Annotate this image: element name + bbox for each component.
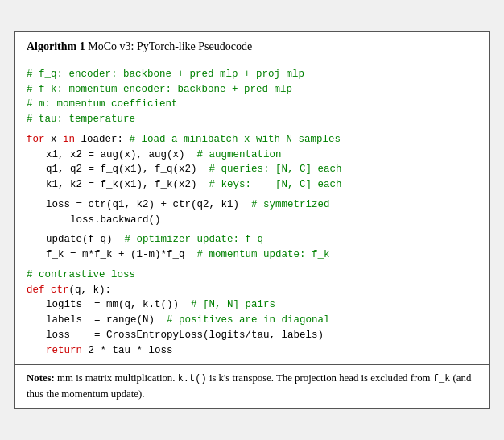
comment-logits: # [N, N] pairs xyxy=(191,299,275,310)
line-loss: loss = ctr(q1, k2) + ctr(q2, k1) # symme… xyxy=(27,197,477,213)
code-fk: f_k xyxy=(433,373,451,384)
comment-momentum: # momentum update: f_k xyxy=(197,249,330,260)
keyword-in: in xyxy=(63,134,75,145)
comment-loader: # load a minibatch x with N samples xyxy=(130,134,341,145)
comment-m: # m: momentum coefficient xyxy=(27,97,477,112)
algo-header: Algorithm 1 MoCo v3: PyTorch-like Pseudo… xyxy=(15,32,489,60)
comment-tau: # tau: temperature xyxy=(27,112,477,127)
comment-keys: # keys: [N, C] each xyxy=(209,179,342,190)
keyword-for: for xyxy=(27,134,45,145)
algorithm-box: Algorithm 1 MoCo v3: PyTorch-like Pseudo… xyxy=(14,31,490,409)
line-def: def ctr(q, k): xyxy=(27,283,477,298)
comment-sym: # symmetrized xyxy=(251,199,330,210)
line-for-loader: loader: xyxy=(75,134,130,145)
line-crossentropy: loss = CrossEntropyLoss(logits/tau, labe… xyxy=(27,328,477,343)
line-update: update(f_q) # optimizer update: f_q xyxy=(27,232,477,247)
comment-labels: # positives are in diagonal xyxy=(167,314,330,326)
code-kt: k.t() xyxy=(178,373,207,384)
comment-update: # optimizer update: f_q xyxy=(125,234,264,245)
line-fk: f_k = m*f_k + (1-m)*f_q # momentum updat… xyxy=(27,247,477,263)
comment-fk: # f_k: momentum encoder: backbone + pred… xyxy=(27,82,477,98)
comment-fq: # f_q: encoder: backbone + pred mlp + pr… xyxy=(27,67,477,82)
keyword-return: return xyxy=(46,345,82,356)
line-logits: logits = mm(q, k.t()) # [N, N] pairs xyxy=(27,297,477,313)
comment-queries: # queries: [N, C] each xyxy=(209,164,342,175)
line-labels: labels = range(N) # positives are in dia… xyxy=(27,313,477,328)
notes-label: Notes: xyxy=(27,372,55,384)
algo-label: Algorithm 1 xyxy=(27,40,85,52)
line-for-rest: x xyxy=(45,134,64,145)
comment-contrastive: # contrastive loss xyxy=(27,268,477,283)
line-x1x2: x1, x2 = aug(x), aug(x) # augmentation xyxy=(27,147,477,163)
algo-title: MoCo v3: PyTorch-like Pseudocode xyxy=(88,40,252,52)
line-return: return 2 * tau * loss xyxy=(27,343,477,359)
line-for: for x in loader: # load a minibatch x wi… xyxy=(27,132,477,147)
algo-body: # f_q: encoder: backbone + pred mlp + pr… xyxy=(15,60,489,365)
line-q1q2: q1, q2 = f_q(x1), f_q(x2) # queries: [N,… xyxy=(27,162,477,177)
func-name-ctr: ctr xyxy=(51,284,69,296)
notes-section: Notes: mm is matrix multiplication. k.t(… xyxy=(15,364,489,408)
line-backward: loss.backward() xyxy=(27,213,477,228)
keyword-def: def xyxy=(27,284,45,296)
line-k1k2: k1, k2 = f_k(x1), f_k(x2) # keys: [N, C]… xyxy=(27,177,477,193)
comment-aug: # augmentation xyxy=(197,149,282,160)
